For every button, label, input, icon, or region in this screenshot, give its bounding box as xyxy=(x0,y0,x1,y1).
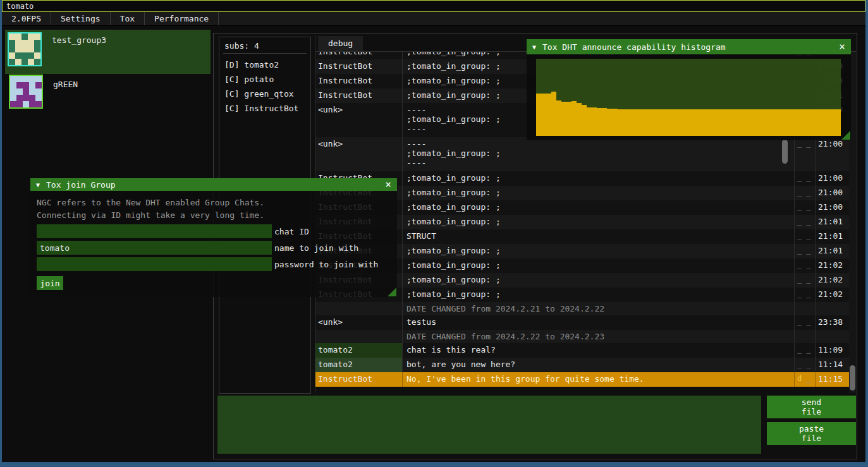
paste-file-button[interactable]: paste file xyxy=(767,422,856,445)
message-cell: chat is this real? xyxy=(402,343,794,358)
subs-separator xyxy=(223,53,307,54)
message-cell: testus xyxy=(402,315,794,330)
timestamp-cell: 11:09 xyxy=(815,343,849,358)
histogram-bar xyxy=(602,108,607,136)
histogram-bar xyxy=(831,109,836,136)
status-marks-cell: _ _ xyxy=(794,343,815,358)
message-row[interactable]: <unk>testus_ _23:38 xyxy=(315,315,849,330)
window-title-bar[interactable]: tomato xyxy=(2,0,865,12)
histogram-resize-grip[interactable] xyxy=(841,131,850,140)
histogram-bar xyxy=(754,109,759,136)
histogram-bar xyxy=(734,109,739,136)
message-cell: ----;tomato_in_group: ;---- xyxy=(402,137,794,171)
histogram-bar xyxy=(709,109,714,136)
timestamp-cell: 21:00 xyxy=(815,137,849,171)
histogram-bar xyxy=(714,109,719,136)
message-row[interactable]: InstructBotNo, I've been in this group f… xyxy=(315,372,849,387)
message-cell: ;tomato_in_group: ; xyxy=(402,186,794,200)
histogram-title-bar[interactable]: ▼ Tox DHT announce capability histogram … xyxy=(527,39,851,54)
histogram-bar xyxy=(790,109,795,136)
window-title: tomato xyxy=(6,2,34,11)
message-row[interactable]: tomato2chat is this real?_ _11:09 xyxy=(315,343,849,358)
message-cell: ;tomato_in_group: ; xyxy=(402,171,794,186)
histogram-bar xyxy=(551,92,556,136)
histogram-bar xyxy=(719,109,724,136)
tab-debug[interactable]: debug xyxy=(318,36,363,51)
histogram-bar xyxy=(724,109,729,136)
join-name-input[interactable] xyxy=(37,241,272,255)
histogram-bar xyxy=(546,94,551,136)
member-item-green_qtox[interactable]: [C] green_qtox xyxy=(224,87,305,101)
group-avatar xyxy=(9,75,43,109)
member-item-InstructBot[interactable]: [C] InstructBot xyxy=(224,101,305,116)
sender-name-cell: <unk> xyxy=(315,103,402,137)
chat-id-input[interactable] xyxy=(37,224,272,238)
message-row[interactable]: DATE CHANGED from 2024.2.22 to 2024.2.23 xyxy=(315,330,849,343)
message-row[interactable]: DATE CHANGED from 2024.2.21 to 2024.2.22 xyxy=(315,302,849,315)
menu-item-settings[interactable]: Settings xyxy=(51,12,111,25)
message-cell-scrollbar-thumb[interactable] xyxy=(782,140,788,164)
histogram-bar xyxy=(699,109,704,136)
composer-input[interactable] xyxy=(217,396,761,454)
histogram-bar xyxy=(774,109,779,136)
join-button[interactable]: join xyxy=(37,276,63,290)
histogram-bar xyxy=(663,109,668,136)
histogram-bar xyxy=(704,109,709,136)
collapse-icon[interactable]: ▼ xyxy=(532,44,536,51)
timestamp-cell xyxy=(815,330,849,343)
histogram-bar xyxy=(673,109,678,136)
histogram-bar xyxy=(582,105,587,136)
message-cell: ;tomato_in_group: ; xyxy=(402,273,794,288)
histogram-bar xyxy=(623,109,628,136)
message-row[interactable]: <unk>----;tomato_in_group: ;----_ _21:00 xyxy=(315,137,849,171)
histogram-plot xyxy=(536,59,841,136)
chat-scrollbar-thumb[interactable] xyxy=(850,365,855,391)
status-marks-cell: _ _ xyxy=(794,244,815,258)
group-item-test_group3[interactable]: test_group3 xyxy=(5,30,211,74)
timestamp-cell xyxy=(815,302,849,315)
timestamp-cell: 21:00 xyxy=(815,200,849,215)
histogram-bar xyxy=(658,109,663,136)
message-row[interactable]: tomato2bot, are you new here?_ _11:14 xyxy=(315,358,849,372)
status-marks-cell: d _ xyxy=(794,372,815,387)
histogram-bar xyxy=(683,109,688,136)
group-name: gREEN xyxy=(53,80,78,109)
join-info-text: Connecting via ID might take a very long… xyxy=(37,209,391,222)
status-marks-cell: _ _ xyxy=(794,273,815,288)
member-item-tomato2[interactable]: [D] tomato2 xyxy=(224,58,305,72)
status-marks-cell: _ _ xyxy=(794,137,815,171)
histogram-bar xyxy=(810,109,816,136)
histogram-bar xyxy=(688,109,694,136)
status-marks-cell xyxy=(794,330,815,343)
menu-item-performance[interactable]: Performance xyxy=(145,12,219,25)
member-item-potato[interactable]: [C] potato xyxy=(224,72,305,87)
sender-name-cell: tomato2 xyxy=(315,343,402,358)
status-marks-cell xyxy=(794,302,815,315)
join-password-label: password to join with xyxy=(274,260,378,269)
group-item-gREEN[interactable]: gREEN xyxy=(5,74,211,109)
timestamp-cell: 21:02 xyxy=(815,273,849,288)
histogram-bar xyxy=(836,109,841,136)
histogram-bar xyxy=(643,109,648,136)
histogram-bar xyxy=(577,103,582,136)
status-marks-cell: _ _ xyxy=(794,186,815,200)
join-close-icon[interactable]: × xyxy=(385,180,391,189)
histogram-bar xyxy=(633,109,638,136)
join-title-bar[interactable]: ▼ Tox join Group × xyxy=(30,178,397,191)
join-password-input[interactable] xyxy=(37,257,272,271)
message-cell: bot, are you new here? xyxy=(402,358,794,372)
sender-name-cell: <unk> xyxy=(315,137,402,171)
timestamp-cell: 21:01 xyxy=(815,215,849,229)
sender-name-cell: InstructBot xyxy=(315,52,402,59)
histogram-close-icon[interactable]: × xyxy=(839,42,845,51)
timestamp-cell: 23:38 xyxy=(815,315,849,330)
message-cell: ;tomato_in_group: ; xyxy=(402,200,794,215)
histogram-bar xyxy=(607,109,612,136)
sender-name-cell: InstructBot xyxy=(315,372,402,387)
histogram-bar xyxy=(628,109,633,136)
collapse-icon[interactable]: ▼ xyxy=(36,181,40,188)
send-file-button[interactable]: send file xyxy=(767,396,856,418)
menu-item-tox[interactable]: Tox xyxy=(111,12,145,25)
histogram-bar xyxy=(816,109,821,136)
join-resize-grip[interactable] xyxy=(388,288,396,296)
